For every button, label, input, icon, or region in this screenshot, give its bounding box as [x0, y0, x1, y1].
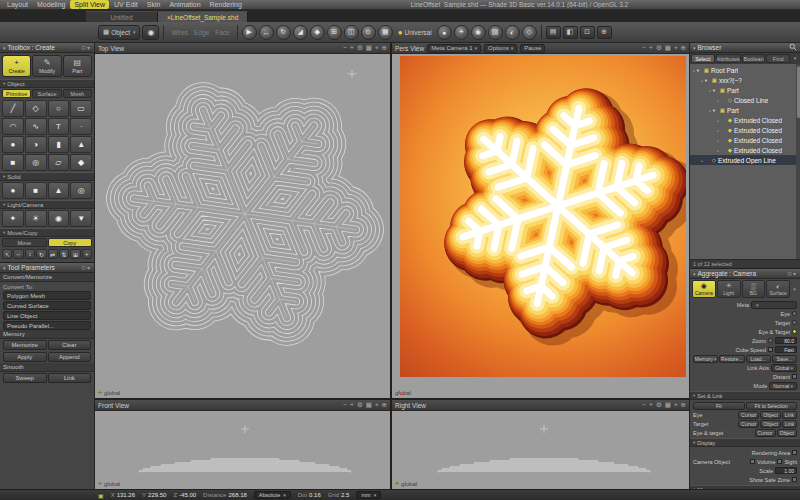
grid-toggle-icon[interactable]: ▦	[378, 25, 393, 40]
collapse-icon[interactable]: ▾	[3, 202, 5, 207]
visibility-dot-icon[interactable]	[717, 137, 719, 144]
split-view-icon[interactable]: ◧	[563, 26, 578, 39]
right-viewport[interactable]: Right View −+⚙▦⌖⊕ + global	[392, 400, 689, 489]
extra-view-icon[interactable]: ⊕	[597, 26, 612, 39]
tool-parameters-header[interactable]: ▾ Tool Parameters ⊙▾	[0, 263, 94, 273]
selection-mode-label[interactable]: Wires	[168, 29, 191, 36]
object-mode-button[interactable]: ▦ Object	[98, 25, 140, 40]
viewport-control-icon[interactable]: ⌖	[375, 44, 379, 52]
move-tool-icon[interactable]: ↔	[259, 25, 274, 40]
move-h-icon[interactable]: ↔	[13, 249, 23, 259]
top-viewport-canvas[interactable]: + global	[95, 54, 390, 398]
text-icon[interactable]: T	[48, 118, 70, 135]
grid-snap-icon[interactable]: ⊞	[327, 25, 342, 40]
eye-target-cursor-button[interactable]: Cursor	[755, 429, 776, 437]
fit-to-selection-button[interactable]: Fit to Selection	[746, 402, 798, 410]
surface-tab[interactable]: ◐ Surface	[766, 280, 790, 298]
tree-item[interactable]: ◆ Extruded Closed	[690, 135, 800, 145]
eye-target-object-button[interactable]: Object	[777, 429, 797, 437]
solid-cube-icon[interactable]: ■	[25, 182, 47, 199]
document-tab[interactable]: ×LineOffset_Sample.shd	[158, 11, 248, 22]
tree-item[interactable]: ◇ Closed Line	[690, 95, 800, 105]
universal-manipulator[interactable]: ● Universal	[395, 28, 435, 37]
visibility-dot-icon[interactable]	[717, 97, 719, 104]
browser-tab[interactable]: Attributes	[716, 54, 741, 63]
viewport-control-icon[interactable]: +	[649, 401, 653, 409]
cylinder-icon[interactable]: ▮	[48, 136, 70, 153]
selection-mode-label[interactable]: Edge	[191, 29, 212, 36]
workspace-tab[interactable]: Layout	[3, 0, 32, 9]
move-v-icon[interactable]: ↕	[25, 249, 35, 259]
clear-button[interactable]: Clear	[48, 340, 92, 350]
camera-snapshot-button[interactable]: ◉	[142, 25, 159, 40]
viewport-control-icon[interactable]: ⚙	[656, 44, 662, 52]
rectangle-icon[interactable]: ▭	[70, 100, 92, 117]
viewport-control-icon[interactable]: ⌖	[674, 401, 678, 409]
pers-viewport-canvas[interactable]: global	[392, 54, 689, 398]
rotate-tool-icon[interactable]: ↻	[276, 25, 291, 40]
point-light-icon[interactable]: ✦	[2, 210, 24, 227]
viewport-control-icon[interactable]: −	[343, 401, 347, 409]
collapse-icon[interactable]: ▾	[693, 45, 696, 51]
camera-select-dropdown[interactable]: Meta Camera 1	[427, 44, 481, 53]
selection-mode-label[interactable]: Face	[212, 29, 232, 36]
object-type-tab[interactable]: Primitive	[2, 89, 31, 98]
target-link-button[interactable]: Link	[782, 420, 797, 428]
aggregate-header-icons[interactable]: ⊙▾	[787, 270, 797, 277]
tree-item[interactable]: ▾ ▣ Part	[690, 105, 800, 115]
viewport-control-icon[interactable]: ⊕	[681, 401, 686, 409]
wireframe-icon[interactable]: ◇	[522, 25, 537, 40]
browser-tab-overflow-icon[interactable]: ▾	[791, 54, 799, 63]
tool-parameters-header-icons[interactable]: ⊙▾	[81, 264, 91, 271]
layout-view-icon[interactable]: ▤	[546, 26, 561, 39]
disclosure-icon[interactable]: ▾	[713, 108, 718, 113]
tree-item[interactable]: ◇ Extruded Open Line	[690, 155, 800, 165]
tree-scrollbar-thumb[interactable]	[797, 66, 800, 118]
eye-target-radio[interactable]	[792, 329, 797, 334]
scale-tool-icon[interactable]: ◢	[293, 25, 308, 40]
tree-item[interactable]: ◆ Extruded Closed	[690, 145, 800, 155]
visibility-dot-icon[interactable]	[701, 157, 703, 164]
collapse-icon[interactable]: ▾	[693, 440, 695, 445]
scale-field[interactable]: 1.00	[775, 467, 797, 474]
collapse-icon[interactable]: ▾	[3, 174, 5, 179]
tree-scrollbar[interactable]	[796, 64, 800, 259]
viewport-control-icon[interactable]: −	[642, 401, 646, 409]
mirror-tool-icon[interactable]: ◫	[344, 25, 359, 40]
closed-line-icon[interactable]: ◇	[25, 100, 47, 117]
workspace-tab[interactable]: Rendering	[206, 0, 246, 9]
cone-icon[interactable]: ▲	[70, 136, 92, 153]
safe-zone-checkbox[interactable]	[792, 477, 797, 482]
toolbox-mode-button[interactable]: ▤ Part	[63, 55, 92, 77]
pers-viewport[interactable]: Pers View Meta Camera 1 Options Pause −+…	[392, 43, 689, 398]
swap-v-icon[interactable]: ⇅	[59, 249, 69, 259]
eye-radio[interactable]	[792, 311, 797, 316]
eye-link-button[interactable]: Link	[782, 411, 797, 419]
camera-create-icon[interactable]: ◉	[48, 210, 70, 227]
browser-tab[interactable]: Find	[766, 54, 790, 63]
meta-dropdown[interactable]	[751, 301, 797, 309]
origin-icon[interactable]: +	[82, 249, 92, 259]
viewport-control-icon[interactable]: ⌖	[375, 401, 379, 409]
render-icon[interactable]: ▨	[488, 25, 503, 40]
target-cursor-button[interactable]: Cursor	[738, 420, 759, 428]
tree-item[interactable]: ▾ ▣ Root Part	[690, 65, 800, 75]
single-view-icon[interactable]: ⊡	[580, 26, 595, 39]
options-dropdown[interactable]: Options	[484, 44, 517, 53]
viewport-control-icon[interactable]: +	[350, 401, 354, 409]
workspace-tab[interactable]: Animation	[165, 0, 204, 9]
solid-cone-icon[interactable]: ▲	[48, 182, 70, 199]
visibility-dot-icon[interactable]	[717, 147, 719, 154]
light-camera-section-header[interactable]: ▾ Light/Camera	[0, 200, 94, 209]
workspace-tab[interactable]: UV Edit	[110, 0, 142, 9]
polygon-icon[interactable]: ◆	[70, 154, 92, 171]
tree-item[interactable]: ▾ ▣ xxx?(~?	[690, 75, 800, 85]
workspace-tab[interactable]: Modeling	[33, 0, 69, 9]
select-tool-icon[interactable]: ▶	[242, 25, 257, 40]
front-viewport[interactable]: Front View −+⚙▦⌖⊕ + global	[95, 400, 390, 489]
rotate-copy-icon[interactable]: ↻	[36, 249, 46, 259]
move-copy-section-header[interactable]: ▾ Move/Copy	[0, 228, 94, 237]
toolbox-mode-button[interactable]: + Create	[2, 55, 31, 77]
surface-icon[interactable]: ◐	[505, 25, 520, 40]
eye-cursor-button[interactable]: Cursor	[738, 411, 759, 419]
